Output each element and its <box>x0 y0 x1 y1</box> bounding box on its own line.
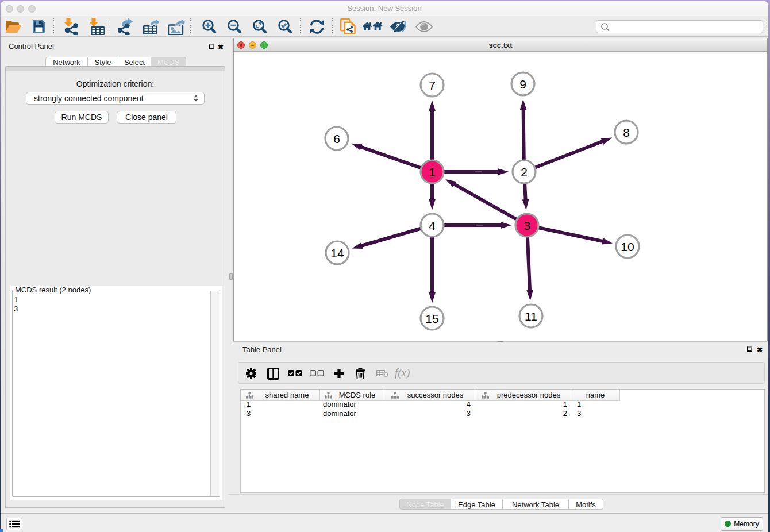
svg-text:15: 15 <box>425 312 438 325</box>
svg-text:2: 2 <box>521 165 528 179</box>
svg-text:9: 9 <box>519 78 526 91</box>
svg-text:8: 8 <box>623 126 630 139</box>
svg-text:7: 7 <box>429 79 436 92</box>
svg-text:3: 3 <box>523 219 530 232</box>
svg-text:10: 10 <box>621 240 634 253</box>
svg-text:11: 11 <box>525 310 537 323</box>
svg-text:1: 1 <box>429 165 436 179</box>
svg-text:6: 6 <box>333 132 340 145</box>
svg-text:4: 4 <box>429 219 436 232</box>
svg-text:14: 14 <box>330 246 344 260</box>
